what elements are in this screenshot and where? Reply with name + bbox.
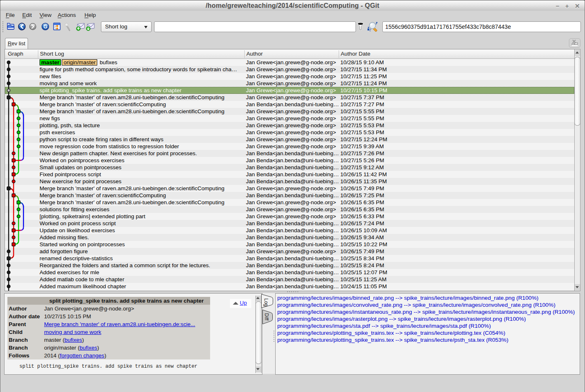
svg-text:Log: Log (263, 298, 269, 306)
svg-text:G: G (44, 24, 47, 30)
svg-text:Diff: Diff (264, 313, 269, 321)
